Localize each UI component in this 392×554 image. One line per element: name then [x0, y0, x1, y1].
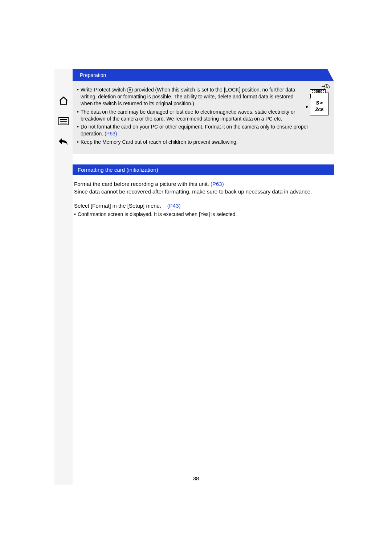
note-item: The data on the card may be damaged or l… — [77, 109, 330, 122]
note-item: Write-Protect switch A provided (When th… — [77, 86, 330, 107]
link-p63[interactable]: (P63) — [211, 181, 224, 187]
page-number: 38 — [0, 475, 392, 481]
link-p63[interactable]: (P63) — [105, 131, 117, 137]
notes-list: Write-Protect switch A provided (When th… — [77, 86, 330, 146]
section-heading: Formatting the card (initialization) — [73, 164, 334, 175]
header-corner-decoration — [327, 69, 334, 81]
section-body: Format the card before recording a pictu… — [73, 175, 334, 218]
nav-sidebar — [54, 69, 73, 485]
inline-marker-a: A — [127, 87, 133, 93]
content-column: Preparation A S➣ 2GB ▸ Write-Protect swi… — [73, 69, 334, 485]
paragraph: Select [Format] in the [Setup] menu. (P4… — [74, 202, 332, 209]
note-item: Keep the Memory Card out of reach of chi… — [77, 139, 330, 146]
note-item: Do not format the card on your PC or oth… — [77, 123, 330, 137]
back-icon[interactable] — [57, 135, 70, 148]
sub-note: Confirmation screen is displayed. It is … — [74, 211, 332, 218]
notes-box: A S➣ 2GB ▸ Write-Protect switch A provid… — [73, 81, 334, 154]
link-p43[interactable]: (P43) — [167, 203, 181, 209]
menu-icon[interactable] — [57, 115, 70, 128]
breadcrumb-bar: Preparation — [73, 69, 334, 81]
home-icon[interactable] — [57, 94, 70, 107]
breadcrumb-text: Preparation — [80, 72, 106, 78]
paragraph: Format the card before recording a pictu… — [74, 180, 332, 195]
manual-page: Preparation A S➣ 2GB ▸ Write-Protect swi… — [0, 0, 392, 554]
